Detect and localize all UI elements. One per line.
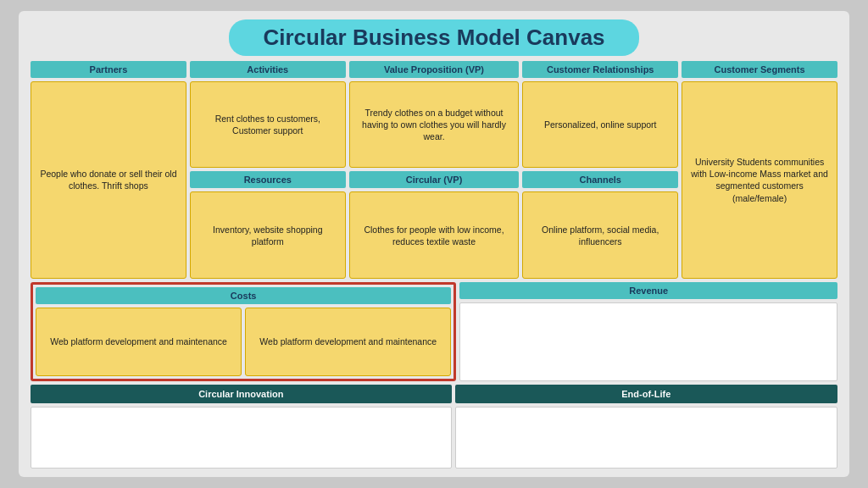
revenue-header: Revenue (459, 282, 837, 299)
cs-card: University Students communities with Low… (682, 81, 837, 279)
partners-header: Partners (31, 61, 186, 78)
cr-card: Personalized, online support (522, 81, 678, 168)
title-box: Circular Business Model Canvas (229, 19, 638, 56)
circular-vp-sub: Circular (VP) Clothes for people with lo… (349, 171, 520, 278)
end-of-life-empty (455, 407, 837, 469)
middle-section: Costs Web platform development and maint… (31, 282, 837, 381)
activities-header: Activities (190, 61, 346, 78)
end-of-life-header: End-of-Life (455, 385, 837, 403)
vp-sub: Value Proposition (VP) Trendy clothes on… (349, 61, 520, 168)
top-section: Partners People who donate or sell their… (31, 61, 837, 279)
costs-header: Costs (36, 287, 451, 304)
channels-card: Online platform, social media, influence… (522, 191, 678, 278)
revenue-column: Revenue (459, 282, 837, 381)
partners-card: People who donate or sell their old clot… (31, 81, 186, 279)
circular-innovation-empty (31, 407, 452, 469)
circular-innovation-header: Circular Innovation (31, 385, 452, 403)
channels-sub: Channels Online platform, social media, … (522, 171, 678, 278)
resources-card: Inventory, website shopping platform (190, 191, 346, 278)
revenue-empty (459, 302, 837, 381)
activities-card: Rent clothes to customers, Customer supp… (190, 81, 346, 168)
bottom-section: Circular Innovation End-of-Life (31, 385, 837, 469)
end-of-life-column: End-of-Life (455, 385, 837, 469)
activities-sub: Activities Rent clothes to customers, Cu… (190, 61, 346, 168)
canvas-area: Partners People who donate or sell their… (31, 61, 837, 469)
cr-header: Customer Relationships (522, 61, 678, 78)
circular-vp-card: Clothes for people with low income, redu… (349, 191, 520, 278)
vp-card: Trendy clothes on a budget without havin… (349, 81, 520, 168)
costs-card-2: Web platform development and maintenance (245, 308, 451, 376)
costs-card-1: Web platform development and maintenance (36, 308, 242, 376)
channels-header: Channels (522, 171, 678, 188)
circular-innovation-column: Circular Innovation (31, 385, 452, 469)
slide: Circular Business Model Canvas Partners … (19, 11, 849, 477)
activities-column: Activities Rent clothes to customers, Cu… (190, 61, 346, 279)
cs-header: Customer Segments (682, 61, 837, 78)
resources-sub: Resources Inventory, website shopping pl… (190, 171, 346, 278)
circular-vp-header: Circular (VP) (349, 171, 520, 188)
resources-header: Resources (190, 171, 346, 188)
costs-column: Costs Web platform development and maint… (31, 282, 456, 381)
cr-sub: Customer Relationships Personalized, onl… (522, 61, 678, 168)
cs-column: Customer Segments University Students co… (682, 61, 837, 279)
cr-column: Customer Relationships Personalized, onl… (522, 61, 678, 279)
vp-header: Value Proposition (VP) (349, 61, 520, 78)
main-title: Circular Business Model Canvas (263, 25, 604, 51)
vp-column: Value Proposition (VP) Trendy clothes on… (349, 61, 520, 279)
partners-column: Partners People who donate or sell their… (31, 61, 186, 279)
costs-cards: Web platform development and maintenance… (36, 308, 451, 376)
